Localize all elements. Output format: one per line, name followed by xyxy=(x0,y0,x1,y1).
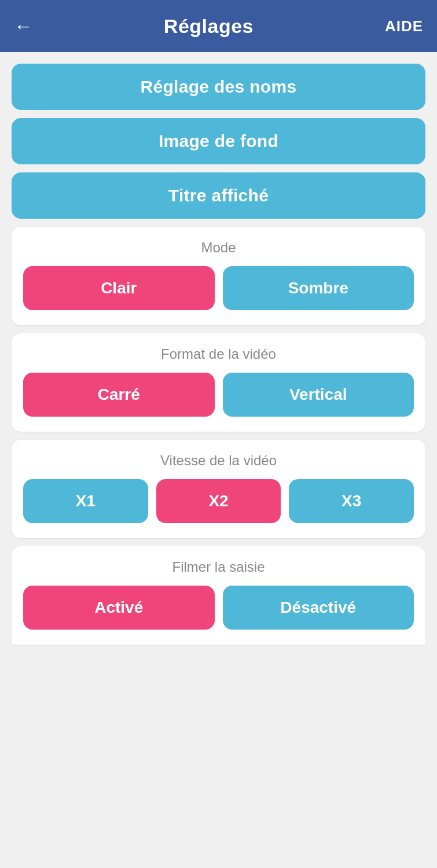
filming-card: Filmer la saisie Activé Désactivé xyxy=(12,546,425,645)
speed-x1-button[interactable]: X1 xyxy=(23,479,148,523)
help-button[interactable]: AIDE xyxy=(385,17,423,35)
video-speed-label: Vitesse de la vidéo xyxy=(23,453,414,469)
video-format-card: Format de la vidéo Carré Vertical xyxy=(12,333,425,432)
back-button[interactable]: ← xyxy=(14,17,32,35)
video-speed-buttons: X1 X2 X3 xyxy=(23,479,414,523)
main-content: Réglage des noms Image de fond Titre aff… xyxy=(0,52,437,656)
mode-light-button[interactable]: Clair xyxy=(23,266,215,310)
format-square-button[interactable]: Carré xyxy=(23,373,215,417)
names-settings-button[interactable]: Réglage des noms xyxy=(12,64,425,110)
filming-active-button[interactable]: Activé xyxy=(23,586,215,630)
speed-x3-button[interactable]: X3 xyxy=(289,479,414,523)
mode-buttons: Clair Sombre xyxy=(23,266,414,310)
displayed-title-button[interactable]: Titre affiché xyxy=(12,172,425,219)
filming-label: Filmer la saisie xyxy=(23,559,414,575)
speed-x2-button[interactable]: X2 xyxy=(156,479,281,523)
format-vertical-button[interactable]: Vertical xyxy=(223,373,414,417)
header: ← Réglages AIDE xyxy=(0,0,437,52)
filming-inactive-button[interactable]: Désactivé xyxy=(223,586,414,630)
mode-label: Mode xyxy=(23,240,414,256)
mode-card: Mode Clair Sombre xyxy=(12,227,425,325)
mode-dark-button[interactable]: Sombre xyxy=(223,266,414,310)
video-format-buttons: Carré Vertical xyxy=(23,373,414,417)
background-image-button[interactable]: Image de fond xyxy=(12,118,425,164)
page-title: Réglages xyxy=(164,15,254,38)
video-speed-card: Vitesse de la vidéo X1 X2 X3 xyxy=(12,440,425,538)
video-format-label: Format de la vidéo xyxy=(23,346,414,362)
filming-buttons: Activé Désactivé xyxy=(23,586,414,630)
